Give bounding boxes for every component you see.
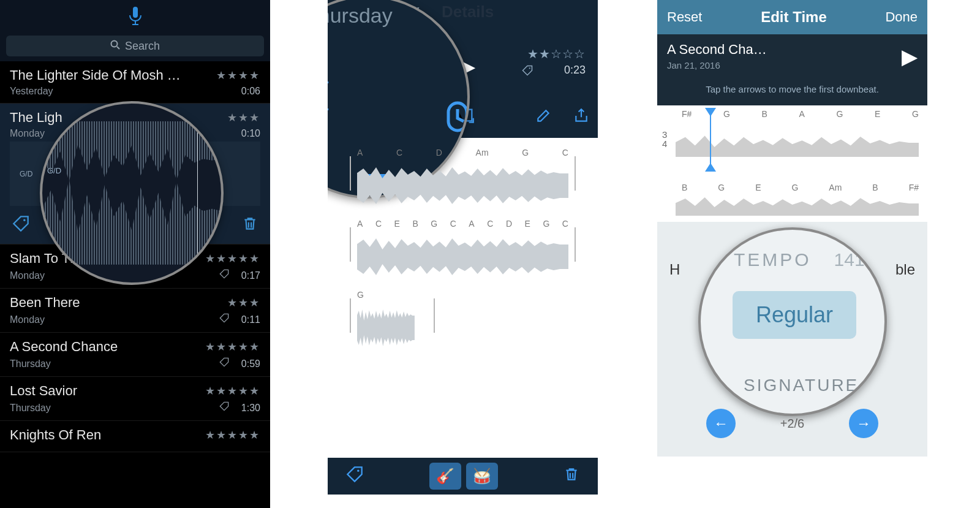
mag-day: Thursday — [328, 4, 393, 28]
drums-button[interactable]: 🥁 — [466, 463, 498, 490]
recording-title: Been There — [10, 295, 80, 311]
chord-label: E — [755, 183, 761, 192]
trash-button[interactable] — [242, 216, 258, 235]
recording-title: The Ligh — [10, 110, 62, 126]
chord-label: A — [469, 219, 474, 229]
play-button[interactable]: ▶ — [902, 44, 918, 69]
tag-button[interactable] — [346, 466, 363, 487]
chord-label: B — [872, 183, 878, 192]
tag-icon — [219, 269, 229, 282]
details-header: Thursday Details ▶ ★★☆☆☆ 0:23 Thursday 4 — [328, 0, 598, 138]
chord-label: E — [525, 219, 530, 229]
chord-row: BGEGAmBF# — [682, 183, 919, 192]
search-input[interactable]: Search — [6, 36, 264, 56]
recording-title: The Lighter Side Of Mosh (… — [10, 67, 181, 83]
recording-title: A Second Chance — [10, 339, 118, 355]
downbeat-marker[interactable] — [710, 109, 711, 170]
chord-label: C — [450, 219, 456, 229]
svg-point-0 — [111, 40, 117, 47]
edit-waveform-2[interactable]: BGEGAmBF# — [657, 179, 927, 222]
rating-stars[interactable]: ★★★★★ — [205, 384, 260, 398]
waveform-strip-3[interactable]: G — [342, 298, 583, 333]
chord-label: Am — [476, 148, 489, 157]
recording-duration: 0:17 — [241, 270, 260, 281]
time-sig-display: 3 4 — [662, 130, 667, 148]
arrow-left-button[interactable]: ← — [706, 409, 736, 438]
song-header: A Second Cha… Jan 21, 2016 ▶ — [657, 34, 927, 78]
edit-waveform-1[interactable]: 3 4 F#GBAGEG — [657, 105, 927, 179]
chord-label: Am — [829, 183, 842, 192]
recording-day: Yesterday — [10, 86, 53, 97]
bottom-toolbar: 🎸 🥁 — [328, 458, 598, 495]
mag-signature-label: SIGNATURE — [744, 376, 859, 395]
tag-button[interactable] — [12, 215, 29, 236]
recording-row[interactable]: Lost Savior★★★★★Thursday1:30 — [0, 377, 270, 421]
nav-title: Edit Time — [761, 9, 827, 26]
tag-icon — [219, 313, 229, 326]
mag-tempo-label: TEMPO — [734, 249, 812, 270]
recording-duration: 0:10 — [241, 128, 260, 139]
chord-label: B — [682, 183, 687, 192]
chord-label: D — [436, 148, 442, 157]
song-title: A Second Cha… — [667, 42, 767, 58]
done-button[interactable]: Done — [885, 9, 918, 25]
tag-icon-header — [522, 65, 533, 78]
chord-label: B — [762, 109, 767, 119]
chord-label: C — [562, 219, 568, 229]
chord-label: C — [396, 148, 402, 157]
chord-label: A — [357, 219, 363, 229]
recording-duration: 0:06 — [241, 86, 260, 97]
recordings-list-screen: Search The Lighter Side Of Mosh (…★★★★Ye… — [0, 0, 270, 508]
search-placeholder: Search — [125, 40, 160, 53]
reset-button[interactable]: Reset — [667, 9, 702, 25]
rating-stars[interactable]: ★★★★★ — [205, 252, 260, 265]
hint-text: Tap the arrows to move the first downbea… — [657, 78, 927, 105]
microphone-icon[interactable] — [128, 7, 143, 29]
details-title: Details — [442, 2, 494, 21]
trash-button[interactable] — [564, 466, 579, 487]
chord-label: G — [522, 148, 529, 157]
rating-stars[interactable]: ★★★ — [227, 111, 260, 124]
recording-row[interactable]: Knights Of Ren★★★★★ — [0, 421, 270, 452]
mag-regular-pill[interactable]: Regular — [733, 291, 856, 339]
chord-row: G — [357, 290, 420, 300]
magnifier-waveform: G/D — [40, 101, 224, 285]
magnifier-tempo: TEMPO 141 BP Regular SIGNATURE — [698, 227, 887, 416]
guitar-button[interactable]: 🎸 — [429, 463, 461, 490]
waveform-strip-1[interactable]: ACDAmGC — [342, 156, 583, 191]
chord-label: B — [412, 219, 418, 229]
chord-label: F# — [909, 183, 919, 192]
recording-day: Monday — [10, 128, 45, 139]
chord-label: A — [357, 148, 363, 157]
edit-icon[interactable] — [535, 108, 551, 128]
feel-right-partial: ble — [895, 261, 915, 278]
share-icon[interactable] — [573, 108, 589, 128]
rating-stars[interactable]: ★★★★★ — [205, 340, 260, 354]
arrow-right-button[interactable]: → — [849, 409, 878, 438]
song-date: Jan 21, 2016 — [667, 60, 767, 70]
chord-label: G — [718, 183, 725, 192]
chord-label: E — [394, 219, 400, 229]
chord-label: F# — [682, 109, 692, 119]
details-screen: Thursday Details ▶ ★★☆☆☆ 0:23 Thursday 4 — [328, 0, 598, 508]
mag-time-signature[interactable]: 4 4 — [328, 65, 329, 119]
rating-stars[interactable]: ★★★★★ — [205, 428, 260, 442]
rating-stars[interactable]: ★★★ — [227, 296, 260, 309]
rating-stars[interactable]: ★★★★ — [216, 69, 260, 82]
chord-label: A — [799, 109, 805, 119]
svg-point-2 — [23, 219, 26, 221]
header-duration: 0:23 — [564, 64, 586, 77]
waveform-area: ACDAmGC ACEBGCACDEGC G — [328, 138, 598, 333]
tag-icon — [219, 357, 229, 370]
recording-row[interactable]: Been There★★★Monday0:11 — [0, 289, 270, 333]
recording-row[interactable]: A Second Chance★★★★★Thursday0:59 — [0, 333, 270, 377]
waveform-strip-2[interactable]: ACEBGCACDEGC — [342, 227, 583, 262]
edit-time-screen: Reset Edit Time Done A Second Cha… Jan 2… — [657, 0, 927, 508]
svg-point-5 — [357, 469, 360, 472]
rating-stars[interactable]: ★★☆☆☆ — [527, 47, 586, 61]
chord-label: D — [506, 219, 512, 229]
chord-label: G — [723, 109, 730, 119]
recording-row[interactable]: The Lighter Side Of Mosh (…★★★★Yesterday… — [0, 61, 270, 104]
chord-label: G — [837, 109, 843, 119]
chord-row: ACEBGCACDEGC — [357, 219, 568, 229]
